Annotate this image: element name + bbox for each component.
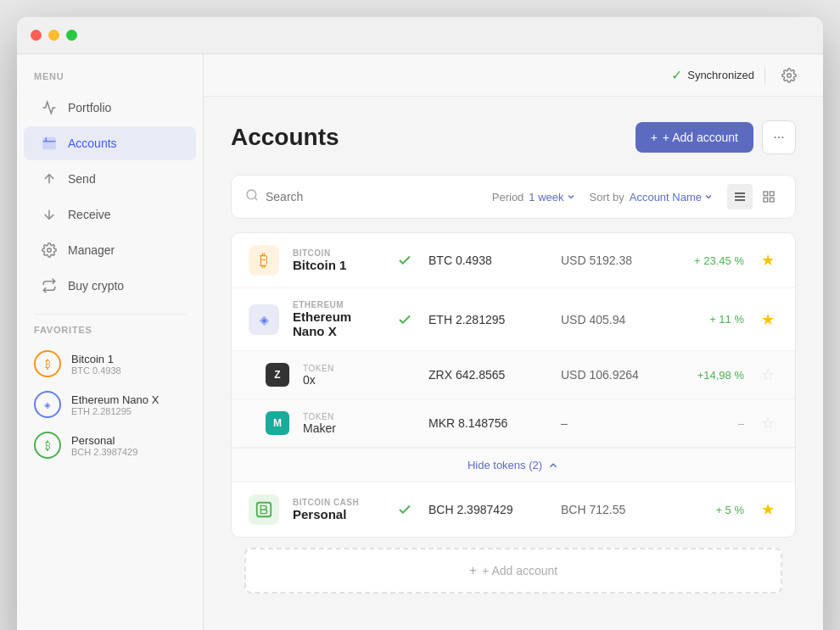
- sort-value[interactable]: Account Name: [630, 191, 714, 203]
- favorite-value: BCH 2.3987429: [71, 447, 137, 457]
- favorite-name: Ethereum Nano X: [71, 393, 159, 406]
- sidebar-item-send[interactable]: Send: [24, 162, 196, 196]
- receive-icon: [41, 206, 58, 223]
- token-change: +14,98 %: [668, 369, 744, 382]
- sync-label: Synchronized: [687, 69, 754, 81]
- account-type: BITCOIN CASH: [293, 498, 381, 507]
- svg-point-6: [787, 73, 792, 77]
- menu-section-label: MENU: [17, 71, 203, 90]
- sort-selector: Sort by Account Name: [590, 191, 714, 203]
- add-account-plus-icon: +: [651, 131, 658, 144]
- account-change: + 11 %: [668, 313, 744, 326]
- add-account-label: + Add account: [663, 131, 738, 144]
- search-input[interactable]: [266, 190, 393, 203]
- token-row-0x[interactable]: Z TOKEN 0x ZRX 642.8565 USD 106.9264 +14…: [232, 351, 795, 399]
- account-change: + 23.45 %: [668, 254, 744, 267]
- account-change: + 5 %: [668, 504, 744, 516]
- favorite-ethereum-icon: ◈: [34, 391, 61, 418]
- account-name: Bitcoin 1: [293, 258, 381, 272]
- send-icon: [41, 170, 58, 187]
- sidebar-item-portfolio[interactable]: Portfolio: [24, 91, 196, 125]
- svg-rect-14: [764, 198, 768, 202]
- sidebar-item-label: Manager: [68, 243, 115, 257]
- list-view-button[interactable]: [727, 184, 753, 209]
- add-account-row-button[interactable]: + + Add account: [244, 548, 782, 594]
- header-actions: + + Add account ···: [636, 120, 796, 154]
- token-name: Maker: [303, 421, 381, 435]
- account-usd: BCH 712.55: [561, 503, 654, 516]
- sidebar-item-label: Accounts: [68, 137, 117, 150]
- account-row-ethereum[interactable]: ◈ ETHEREUM Ethereum Nano X ETH 2.281295 …: [232, 288, 795, 351]
- view-toggles: [727, 184, 781, 209]
- sidebar: MENU Portfolio Accounts: [17, 54, 204, 630]
- ethereum-icon: ◈: [249, 304, 279, 335]
- sidebar-item-accounts[interactable]: Accounts: [24, 126, 196, 160]
- account-balance: BCH 2.3987429: [428, 503, 547, 516]
- hide-tokens-button[interactable]: Hide tokens (2): [232, 448, 795, 482]
- hide-tokens-label: Hide tokens (2): [468, 459, 542, 471]
- manager-icon: [41, 242, 58, 259]
- more-dots-icon: ···: [773, 130, 784, 145]
- account-row-personal[interactable]: BITCOIN CASH Personal BCH 2.3987429 BCH …: [232, 482, 795, 537]
- period-label: Period: [492, 191, 524, 203]
- favorite-personal-icon: ₿: [34, 432, 61, 459]
- account-type: ETHEREUM: [293, 300, 381, 309]
- token-row-maker[interactable]: M TOKEN Maker MKR 8.148756 – – ☆: [232, 399, 795, 448]
- portfolio-icon: [41, 99, 58, 116]
- more-options-button[interactable]: ···: [762, 120, 796, 154]
- accounts-table: ₿ BITCOIN Bitcoin 1 BTC 0.4938 USD 5192.…: [231, 232, 796, 538]
- add-account-button[interactable]: + + Add account: [636, 122, 753, 153]
- sidebar-item-manager[interactable]: Manager: [24, 233, 196, 267]
- page-content: Accounts + + Add account ···: [204, 97, 823, 630]
- token-type: TOKEN: [303, 412, 381, 421]
- settings-button[interactable]: [776, 62, 803, 89]
- account-row-bitcoin1[interactable]: ₿ BITCOIN Bitcoin 1 BTC 0.4938 USD 5192.…: [232, 233, 795, 288]
- period-value[interactable]: 1 week: [529, 191, 575, 203]
- sync-icon: ✓: [671, 67, 682, 83]
- main-content: ✓ Synchronized Accounts +: [204, 54, 823, 630]
- close-button[interactable]: [31, 30, 42, 41]
- maximize-button[interactable]: [66, 30, 77, 41]
- token-type: TOKEN: [303, 364, 381, 373]
- page-title: Accounts: [231, 124, 339, 151]
- sidebar-item-label: Receive: [68, 208, 111, 221]
- favorite-value: ETH 2.281295: [71, 406, 159, 416]
- topbar-divider: [764, 67, 765, 84]
- favorite-personal[interactable]: ₿ Personal BCH 2.3987429: [17, 425, 203, 466]
- favorite-name: Personal: [71, 434, 137, 447]
- favorite-star[interactable]: ★: [761, 310, 775, 329]
- token-usd: USD 106.9264: [561, 368, 654, 382]
- token-balance: MKR 8.148756: [428, 416, 547, 430]
- account-name: Ethereum Nano X: [293, 309, 381, 338]
- titlebar: [17, 17, 823, 54]
- token-name: 0x: [303, 373, 381, 387]
- add-account-row-icon: +: [469, 563, 477, 578]
- sidebar-item-receive[interactable]: Receive: [24, 198, 196, 231]
- account-type: BITCOIN: [293, 248, 381, 258]
- favorite-star-empty[interactable]: ☆: [761, 414, 775, 432]
- favorite-star-empty[interactable]: ☆: [761, 365, 775, 384]
- bitcoin-icon: ₿: [249, 245, 279, 276]
- favorite-bitcoin1-icon: ₿: [34, 350, 61, 377]
- sidebar-item-buy-crypto[interactable]: Buy crypto: [24, 269, 196, 303]
- minimize-button[interactable]: [48, 30, 59, 41]
- topbar: ✓ Synchronized: [204, 54, 823, 97]
- favorite-star[interactable]: ★: [761, 500, 775, 519]
- grid-view-button[interactable]: [756, 184, 781, 209]
- verified-icon: [395, 253, 415, 268]
- svg-rect-13: [770, 192, 774, 196]
- account-usd: USD 5192.38: [561, 254, 654, 267]
- token-balance: ZRX 642.8565: [428, 368, 547, 382]
- mkr-icon: M: [266, 411, 289, 435]
- svg-point-7: [247, 190, 256, 199]
- svg-rect-12: [764, 192, 768, 196]
- account-usd: USD 405.94: [561, 313, 654, 326]
- favorite-ethereum[interactable]: ◈ Ethereum Nano X ETH 2.281295: [17, 384, 203, 425]
- sidebar-item-label: Buy crypto: [68, 279, 124, 293]
- zrx-icon: Z: [266, 363, 289, 387]
- verified-icon: [395, 502, 415, 517]
- favorite-star[interactable]: ★: [761, 251, 775, 270]
- svg-line-8: [255, 198, 257, 200]
- favorite-bitcoin1[interactable]: ₿ Bitcoin 1 BTC 0.4938: [17, 343, 203, 384]
- sidebar-item-label: Send: [68, 172, 96, 186]
